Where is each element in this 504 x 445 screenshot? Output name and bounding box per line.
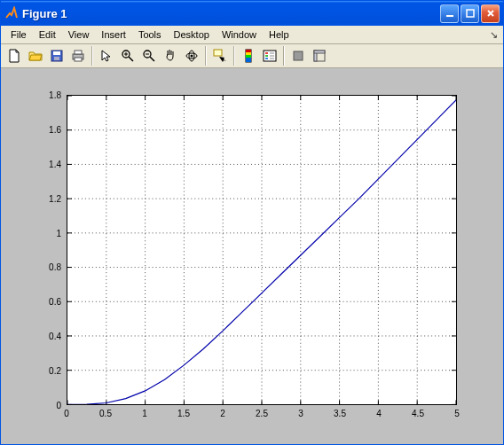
matlab-icon — [4, 6, 19, 20]
open-file-icon[interactable] — [26, 46, 45, 66]
menu-window[interactable]: Window — [216, 27, 263, 42]
maximize-button[interactable] — [461, 4, 479, 23]
hide-plot-tools-icon[interactable] — [288, 46, 308, 66]
rotate3d-icon[interactable] — [182, 46, 201, 66]
svg-rect-5 — [54, 57, 59, 60]
toolbar-separator — [205, 46, 207, 66]
zoom-in-icon[interactable] — [118, 46, 138, 66]
menu-help[interactable]: Help — [263, 27, 295, 42]
menubar: File Edit View Insert Tools Desktop Wind… — [1, 26, 503, 44]
menu-insert[interactable]: Insert — [95, 27, 132, 42]
y-tick-label: 0 — [35, 401, 61, 410]
axes[interactable] — [67, 95, 457, 405]
y-tick-label: 1.8 — [35, 90, 61, 100]
y-tick-label: 1.4 — [35, 159, 61, 168]
menu-desktop[interactable]: Desktop — [168, 27, 216, 42]
toolbar — [1, 44, 503, 68]
data-cursor-icon[interactable] — [210, 46, 230, 66]
menu-view[interactable]: View — [62, 27, 96, 42]
new-file-icon[interactable] — [4, 46, 24, 66]
svg-point-13 — [191, 55, 193, 58]
window-buttons — [440, 4, 500, 23]
svg-rect-8 — [75, 58, 82, 61]
window-title: Figure 1 — [22, 7, 440, 20]
x-tick-label: 5 — [454, 409, 460, 418]
x-tick-label: 3.5 — [334, 409, 346, 418]
pointer-icon[interactable] — [97, 46, 116, 66]
print-icon[interactable] — [68, 46, 88, 66]
toolbar-separator — [91, 46, 93, 66]
svg-rect-2 — [467, 10, 474, 17]
svg-rect-19 — [246, 58, 251, 62]
svg-rect-24 — [314, 51, 325, 53]
dock-icon[interactable]: ↘ — [490, 29, 498, 41]
titlebar[interactable]: Figure 1 — [1, 1, 503, 26]
pan-icon[interactable] — [161, 46, 180, 66]
minimize-button[interactable] — [440, 4, 459, 23]
x-tick-label: 1 — [142, 409, 147, 418]
x-tick-label: 0.5 — [99, 409, 112, 418]
svg-rect-1 — [446, 15, 453, 17]
figure-window: Figure 1 File Edit View Insert Tools Des… — [0, 0, 504, 445]
legend-icon[interactable] — [260, 46, 280, 66]
figure-canvas[interactable]: 00.20.40.60.811.21.41.61.800.511.522.533… — [1, 68, 503, 444]
y-tick-label: 0.2 — [35, 366, 61, 376]
svg-rect-7 — [75, 51, 82, 54]
menu-edit[interactable]: Edit — [33, 27, 62, 42]
y-tick-label: 1.2 — [35, 193, 61, 203]
x-tick-label: 4.5 — [412, 409, 424, 418]
colorbar-icon[interactable] — [239, 46, 258, 66]
y-tick-label: 1 — [35, 228, 61, 238]
menu-tools[interactable]: Tools — [132, 27, 168, 42]
close-button[interactable] — [481, 4, 500, 23]
y-tick-label: 0.8 — [35, 262, 61, 272]
svg-rect-4 — [53, 51, 60, 55]
axes-svg — [67, 96, 456, 404]
show-plot-tools-icon[interactable] — [310, 46, 329, 66]
menu-file[interactable]: File — [4, 27, 33, 42]
x-tick-label: 0 — [64, 409, 69, 418]
svg-rect-17 — [246, 52, 251, 55]
svg-rect-16 — [246, 50, 251, 52]
x-tick-label: 1.5 — [177, 409, 190, 418]
x-tick-label: 4 — [376, 409, 382, 418]
toolbar-separator — [283, 46, 285, 66]
svg-rect-14 — [214, 50, 222, 56]
svg-rect-21 — [294, 51, 303, 60]
x-tick-label: 2 — [220, 409, 225, 418]
save-icon[interactable] — [47, 46, 67, 66]
svg-rect-18 — [246, 55, 251, 58]
y-tick-label: 1.6 — [35, 124, 61, 134]
toolbar-separator — [233, 46, 235, 66]
zoom-out-icon[interactable] — [139, 46, 159, 66]
x-tick-label: 3 — [298, 409, 303, 418]
x-tick-label: 2.5 — [256, 409, 268, 418]
y-tick-label: 0.4 — [35, 332, 61, 341]
y-tick-label: 0.6 — [35, 297, 61, 307]
